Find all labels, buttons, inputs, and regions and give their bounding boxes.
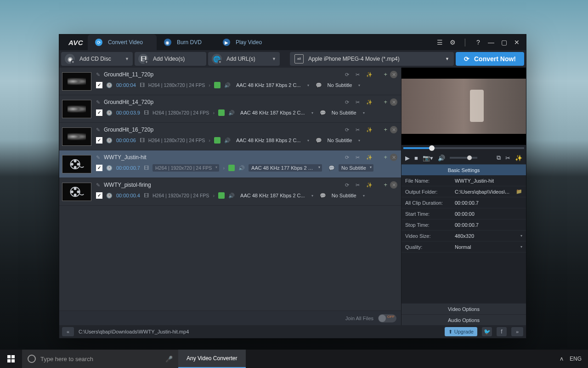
effects-icon[interactable]: ✨ <box>366 155 373 161</box>
checkbox[interactable]: ✓ <box>96 82 102 88</box>
audio-info[interactable]: AAC 48 KHz 177 Kbps 2 C... <box>249 164 322 172</box>
add-icon[interactable]: + <box>384 98 387 106</box>
arrow-icon: › <box>209 82 210 88</box>
play-button[interactable]: ▶ <box>405 155 410 161</box>
tab-convert-video[interactable]: ⟳Convert Video <box>88 34 157 50</box>
remove-icon[interactable]: ✕ <box>390 154 397 161</box>
setting-row[interactable]: Quality:Normal▾ <box>401 242 526 253</box>
volume-slider[interactable] <box>450 157 477 159</box>
setting-value: WWTY_Justin-hit <box>455 178 522 184</box>
add-cd-button[interactable]: ◉ Add CD Disc ▼ <box>61 52 133 66</box>
effects-icon[interactable]: ✨ <box>366 99 373 105</box>
caret-icon: ▼ <box>445 57 449 61</box>
checkbox[interactable]: ✓ <box>96 192 102 199</box>
edit-icon[interactable]: ✎ <box>96 72 100 78</box>
crop-button[interactable]: ⧉ <box>497 154 501 161</box>
file-item[interactable]: ✎ GroundHit_14_720p ⟳ ✂ ✨ +✕ ✓ 🕐 00:00:0… <box>59 95 401 123</box>
file-item[interactable]: ✎ WWTY_pistol-firing ⟳ ✂ ✨ +✕ ✓ 🕐 00:00:… <box>59 178 401 206</box>
svg-rect-13 <box>11 359 15 362</box>
edit-icon[interactable]: ✎ <box>96 182 100 188</box>
remove-icon[interactable]: ✕ <box>390 98 397 106</box>
add-icon[interactable]: + <box>384 181 387 189</box>
convert-now-button[interactable]: ⟳ Convert Now! <box>456 52 524 66</box>
tab-play-video[interactable]: ▶Play Video <box>215 34 276 50</box>
audio-options-header[interactable]: Audio Options <box>401 314 526 325</box>
seek-slider[interactable] <box>401 145 526 151</box>
all-box-icon: all <box>294 54 304 63</box>
clock-icon: 🕐 <box>106 110 113 116</box>
taskbar-app[interactable]: Any Video Converter <box>178 350 246 368</box>
output-profile-dropdown[interactable]: all Apple iPhone MPEG-4 Movie (*.mp4) ▼ <box>290 52 454 66</box>
duration: 00:00:06 <box>116 138 136 143</box>
codec-info: H264 | 1920x720 | 24 FPS <box>153 193 209 198</box>
setting-row[interactable]: Video Size:480x320▾ <box>401 230 526 242</box>
minimize-button[interactable]: — <box>486 39 496 46</box>
status-more-button[interactable]: » <box>511 327 523 336</box>
facebook-button[interactable]: f <box>497 327 507 336</box>
snapshot-button[interactable]: 📷▾ <box>423 155 433 161</box>
remove-icon[interactable]: ✕ <box>390 126 397 133</box>
refresh-icon[interactable]: ⟳ <box>345 127 349 133</box>
refresh-icon[interactable]: ⟳ <box>345 182 349 188</box>
cut-icon[interactable]: ✂ <box>356 155 360 161</box>
taskbar-search[interactable]: Type here to search 🎤 <box>22 350 178 368</box>
mic-icon[interactable]: 🎤 <box>165 356 173 362</box>
film-icon: 🎞 <box>144 165 149 171</box>
refresh-icon[interactable]: ⟳ <box>345 99 349 105</box>
twitter-button[interactable]: 🐦 <box>482 327 492 336</box>
subtitle-info: No Subtitle <box>330 110 358 115</box>
checkbox[interactable]: ✓ <box>96 165 102 171</box>
upgrade-button[interactable]: ⬆Upgrade <box>445 327 477 336</box>
cut-icon[interactable]: ✂ <box>356 99 360 105</box>
add-urls-button[interactable]: 🌐 Add URL(s) ▼ <box>208 52 280 66</box>
subtitle-info[interactable]: No Subtitle <box>339 164 373 172</box>
system-tray: ʌ ENG <box>554 356 588 362</box>
tray-chevron-icon[interactable]: ʌ <box>560 356 563 362</box>
cut-icon[interactable]: ✂ <box>356 72 360 78</box>
status-collapse-button[interactable]: « <box>62 327 74 336</box>
file-item[interactable]: ✎ WWTY_Justin-hit ⟳ ✂ ✨ +✕ ✓ 🕐 00:00:00.… <box>59 150 401 178</box>
stop-button[interactable]: ■ <box>414 155 418 161</box>
help-icon[interactable]: ? <box>474 39 483 46</box>
refresh-icon[interactable]: ⟳ <box>345 155 349 161</box>
cut-icon[interactable]: ✂ <box>356 127 360 133</box>
effects-button[interactable]: ✨ <box>515 155 522 161</box>
file-item[interactable]: ✎ GroundHit_16_720p ⟳ ✂ ✨ +✕ ✓ 🕐 00:00:0… <box>59 123 401 150</box>
options-icon[interactable]: ☰ <box>435 39 444 46</box>
close-button[interactable]: ✕ <box>512 39 521 46</box>
maximize-button[interactable]: ▢ <box>499 39 509 46</box>
effects-icon[interactable]: ✨ <box>366 182 373 188</box>
add-icon[interactable]: + <box>384 126 387 133</box>
speaker-icon[interactable]: 🔊 <box>438 155 445 161</box>
profile-label: Apple iPhone MPEG-4 Movie (*.mp4) <box>308 56 400 62</box>
join-toggle[interactable]: OFF <box>378 314 396 322</box>
edit-icon[interactable]: ✎ <box>96 155 100 161</box>
edit-icon[interactable]: ✎ <box>96 127 100 133</box>
edit-icon[interactable]: ✎ <box>96 99 100 105</box>
add-videos-button[interactable]: 🎞 Add Video(s) <box>135 52 206 66</box>
convert-now-label: Convert Now! <box>474 55 516 63</box>
cut-button[interactable]: ✂ <box>505 155 510 161</box>
gear-icon[interactable]: ⚙ <box>448 39 457 46</box>
effects-icon[interactable]: ✨ <box>366 72 373 78</box>
remove-icon[interactable]: ✕ <box>390 71 397 78</box>
add-icon[interactable]: + <box>384 154 387 161</box>
video-preview[interactable] <box>401 68 526 145</box>
cut-icon[interactable]: ✂ <box>356 182 360 188</box>
remove-icon[interactable]: ✕ <box>390 181 397 189</box>
setting-row[interactable]: Output Folder:C:\Users\qbap\Videos\...📁 <box>401 186 526 197</box>
side-panel: ▶ ■ 📷▾ 🔊 ⧉ ✂ ✨ Basic Settings File Name:… <box>401 68 526 325</box>
tab-burn-dvd[interactable]: ◉Burn DVD <box>157 34 215 50</box>
video-options-header[interactable]: Video Options <box>401 303 526 314</box>
checkbox[interactable]: ✓ <box>96 137 102 144</box>
add-icon[interactable]: + <box>384 71 387 78</box>
checkbox[interactable]: ✓ <box>96 109 102 116</box>
file-item[interactable]: ✎ GroundHit_11_720p ⟳ ✂ ✨ +✕ ✓ 🕐 00:00:0… <box>59 68 401 95</box>
language-indicator[interactable]: ENG <box>570 356 582 362</box>
refresh-icon: ⟳ <box>464 55 469 63</box>
codec-info[interactable]: H264 | 1920x720 | 24 FPS <box>153 164 219 172</box>
help-icon[interactable]: │ <box>461 39 470 46</box>
effects-icon[interactable]: ✨ <box>366 127 373 133</box>
refresh-icon[interactable]: ⟳ <box>345 72 349 78</box>
start-button[interactable] <box>0 350 22 368</box>
